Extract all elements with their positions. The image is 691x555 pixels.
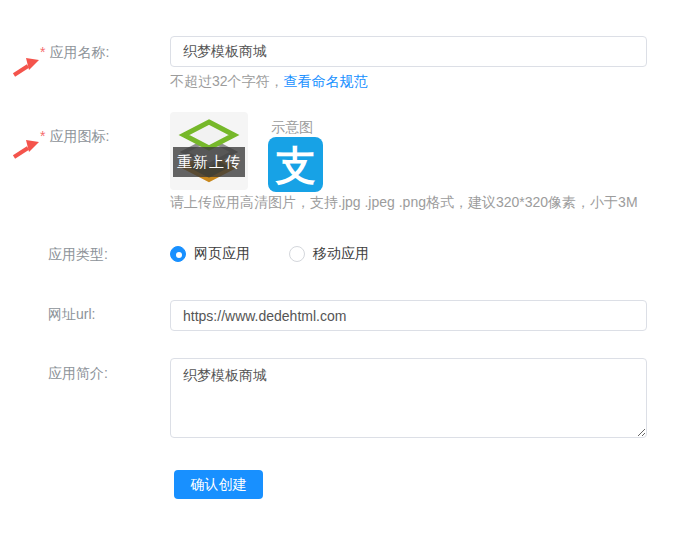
reupload-overlay-button[interactable]: 重新上传: [173, 147, 245, 177]
annotation-arrow-icon: [12, 56, 40, 78]
app-icon-label: 应用图标:: [49, 128, 109, 146]
url-input[interactable]: [170, 300, 647, 331]
app-name-label-row: * 应用名称:: [40, 44, 109, 62]
icon-upload-helper: 请上传应用高清图片，支持.jpg .jpeg .png格式，建议320*320像…: [170, 194, 638, 212]
app-desc-label: 应用简介:: [48, 365, 108, 383]
icon-upload-button[interactable]: 重新上传: [170, 112, 248, 190]
app-icon-label-row: * 应用图标:: [40, 128, 109, 146]
app-name-helper-text: 不超过32个字符，: [170, 73, 284, 89]
app-type-radio-group: 网页应用 移动应用: [170, 245, 369, 263]
naming-rules-link[interactable]: 查看命名规范: [284, 73, 368, 89]
radio-mobile-app[interactable]: [289, 246, 305, 262]
alipay-glyph: 支: [276, 145, 316, 185]
radio-web-app-label[interactable]: 网页应用: [194, 245, 250, 263]
app-name-input[interactable]: [170, 36, 647, 67]
radio-mobile-app-label[interactable]: 移动应用: [313, 245, 369, 263]
app-type-label: 应用类型:: [48, 246, 108, 264]
radio-web-app[interactable]: [170, 246, 186, 262]
app-name-label: 应用名称:: [49, 44, 109, 62]
confirm-create-button[interactable]: 确认创建: [174, 470, 263, 499]
required-asterisk: *: [40, 44, 45, 62]
url-label: 网址url:: [48, 306, 95, 324]
required-asterisk: *: [40, 128, 45, 146]
annotation-arrow-icon: [12, 138, 40, 160]
app-name-helper: 不超过32个字符，查看命名规范: [170, 73, 368, 91]
app-desc-textarea[interactable]: 织梦模板商城: [170, 358, 647, 438]
alipay-example-icon: 支: [268, 137, 323, 192]
create-app-form: * 应用名称: 不超过32个字符，查看命名规范 * 应用图标: 重新上传 示意图…: [0, 0, 691, 555]
example-image-label: 示意图: [271, 119, 313, 137]
